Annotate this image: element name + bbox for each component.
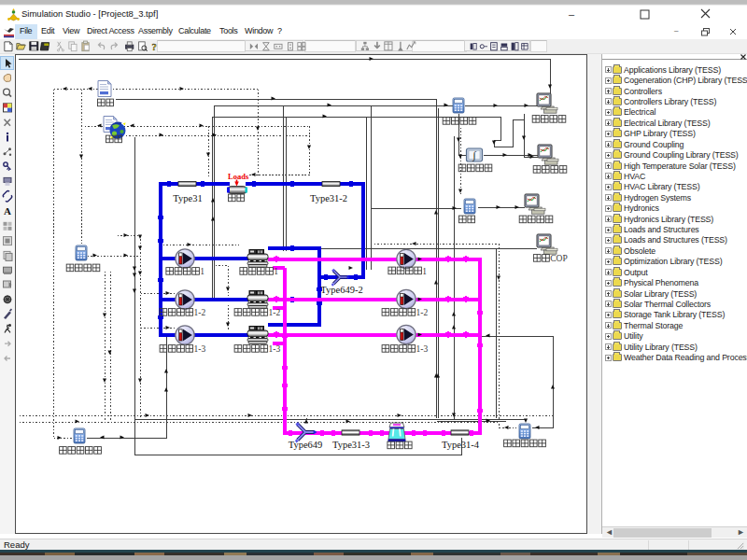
svg-text:Type31-3: Type31-3 xyxy=(332,440,370,450)
svg-text:1-2: 1-2 xyxy=(269,308,281,317)
svg-text:COP: COP xyxy=(550,254,567,263)
svg-text:1-2: 1-2 xyxy=(194,308,206,317)
svg-text:1: 1 xyxy=(274,267,278,276)
svg-text:Loads: Loads xyxy=(228,172,249,181)
svg-text:1-3: 1-3 xyxy=(194,344,206,354)
svg-text:1: 1 xyxy=(422,267,427,276)
svg-text:Type649-2: Type649-2 xyxy=(320,285,362,295)
svg-text:A: A xyxy=(4,205,11,217)
svg-text:Type31-4: Type31-4 xyxy=(442,440,480,450)
svg-text:1: 1 xyxy=(200,267,204,276)
svg-text:1-2: 1-2 xyxy=(416,308,429,317)
svg-text:1-3: 1-3 xyxy=(269,344,281,354)
svg-text:?: ? xyxy=(151,42,156,52)
svg-text:Type31: Type31 xyxy=(173,193,202,203)
svg-text:Type31-2: Type31-2 xyxy=(310,193,347,203)
svg-text:Type649: Type649 xyxy=(289,440,323,450)
svg-text:1-3: 1-3 xyxy=(416,344,429,354)
